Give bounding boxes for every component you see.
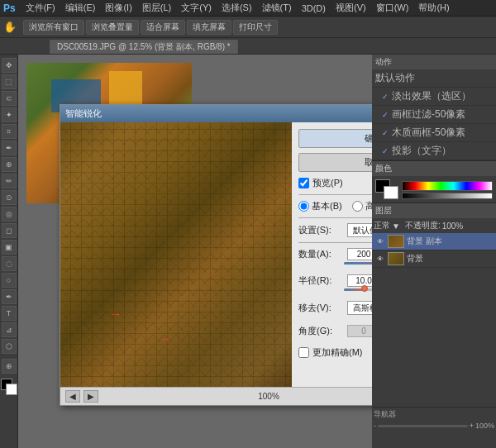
default-action-label: 默认动作 [375, 71, 415, 85]
clone-tool[interactable]: ⊙ [2, 190, 17, 205]
action-label-0: 淡出效果（选区） [392, 89, 471, 103]
dialog-bottom-bar: ◀ ▶ 100% [60, 387, 372, 405]
radius-input[interactable] [347, 274, 372, 287]
menu-window[interactable]: 窗口(W) [371, 0, 414, 16]
action-item-1[interactable]: 画框过滤-50像素 [372, 106, 496, 124]
action-item-2[interactable]: 木质画框-50像素 [372, 124, 496, 142]
menu-help[interactable]: 帮助(H) [413, 0, 454, 16]
fill-screen-button[interactable]: 填充屏幕 [187, 20, 231, 35]
layer-name-0: 背景 副本 [407, 236, 442, 247]
layer-thumb-0 [388, 235, 404, 248]
radius-slider-thumb[interactable] [361, 285, 368, 292]
pen-tool[interactable]: ✒ [2, 289, 17, 304]
color-info [402, 179, 493, 199]
advanced-label: 高级(O) [365, 200, 372, 212]
eyedropper-tool[interactable]: ✒ [2, 141, 17, 155]
layers-options: 正常 ▼ 不透明度: 100% [372, 218, 496, 233]
zoom-in-icon[interactable]: + [470, 422, 474, 430]
remove-select[interactable]: 高斯模糊 [347, 301, 372, 315]
tabbar: DSC00519.JPG @ 12.5% (背景 副本, RGB/8) * [0, 38, 496, 55]
preview-checkbox[interactable] [298, 178, 309, 188]
radius-section: 半径(R): 像素 [298, 274, 372, 293]
layer-eye-0[interactable]: 👁 [375, 236, 385, 246]
dialog-title: 智能锐化 [65, 107, 102, 120]
shape-tool[interactable]: ⬡ [2, 339, 17, 354]
brush-tool[interactable]: ✏ [2, 174, 17, 188]
bottom-nav: ◀ ▶ [65, 390, 98, 403]
tools-panel: ✥ ⬚ ⊂ ✦ ⌗ ✒ ⊕ ✏ ⊙ ◎ ◻ ▣ ◌ ○ ✒ T ⊿ ⬡ ⊕ [0, 55, 18, 448]
menu-layer[interactable]: 图层(L) [137, 0, 176, 16]
layer-item-1[interactable]: 👁 背景 [372, 250, 496, 268]
lasso-tool[interactable]: ⊂ [2, 91, 17, 106]
path-tool[interactable]: ⊿ [2, 322, 17, 337]
angle-input [347, 325, 372, 337]
menu-file[interactable]: 文件(F) [21, 0, 60, 16]
actions-title-text: 动作 [375, 56, 392, 68]
background-swatch[interactable] [384, 186, 398, 199]
arrow-1: → [110, 307, 122, 321]
zoom-tool[interactable]: ⊕ [2, 359, 17, 374]
type-tool[interactable]: T [2, 306, 17, 321]
select-tool[interactable]: ⬚ [2, 74, 17, 89]
main-area: ✥ ⬚ ⊂ ✦ ⌗ ✒ ⊕ ✏ ⊙ ◎ ◻ ▣ ◌ ○ ✒ T ⊿ ⬡ ⊕ [0, 55, 496, 448]
move-tool[interactable]: ✥ [2, 58, 17, 73]
document-tab[interactable]: DSC00519.JPG @ 12.5% (背景 副本, RGB/8) * [50, 40, 238, 54]
eraser-tool[interactable]: ◻ [2, 223, 17, 238]
layer-eye-1[interactable]: 👁 [375, 254, 385, 264]
cancel-button[interactable]: 取消 [298, 153, 372, 172]
browse-overlap-button[interactable]: 浏览叠置量 [86, 20, 139, 35]
basic-radio[interactable] [298, 201, 309, 212]
menu-view[interactable]: 视图(V) [331, 0, 371, 16]
layers-opacity-label: 不透明度: [405, 220, 441, 231]
menubar: Ps 文件(F) 编辑(E) 图像(I) 图层(L) 文字(Y) 选择(S) 滤… [0, 0, 496, 17]
background-color[interactable] [6, 384, 17, 395]
browse-all-windows-button[interactable]: 浏览所有窗口 [23, 20, 84, 35]
menu-3d[interactable]: 3D(D) [297, 0, 331, 16]
more-accurate-checkbox[interactable] [298, 347, 309, 358]
zoom-slider[interactable] [378, 425, 468, 427]
history-tool[interactable]: ◎ [2, 207, 17, 222]
toolbar: ✋ 浏览所有窗口 浏览叠置量 适合屏幕 填充屏幕 打印尺寸 [0, 17, 496, 38]
menu-image[interactable]: 图像(I) [100, 0, 136, 16]
crop-tool[interactable]: ⌗ [2, 124, 17, 139]
gradient-tool[interactable]: ▣ [2, 240, 17, 255]
radius-slider-container [298, 287, 372, 293]
menu-select[interactable]: 选择(S) [217, 0, 257, 16]
magic-wand-tool[interactable]: ✦ [2, 107, 17, 122]
dodge-tool[interactable]: ○ [2, 273, 17, 288]
more-accurate-row: 更加精确(M) [298, 346, 372, 359]
zoom-out-icon[interactable]: - [374, 422, 376, 430]
canvas-background: 智能锐化 ✕ → → 确定 取消 [18, 55, 372, 448]
layers-title-text: 图层 [375, 205, 392, 217]
fit-screen-button[interactable]: 适合屏幕 [141, 20, 185, 35]
menu-filter[interactable]: 滤镜(T) [257, 0, 297, 16]
blur-tool[interactable]: ◌ [2, 256, 17, 271]
brightness-bar[interactable] [402, 193, 493, 199]
dialog-preview: → → [60, 122, 292, 387]
ok-button[interactable]: 确定 [298, 129, 372, 148]
amount-slider-container: ↗ [298, 260, 372, 266]
next-btn[interactable]: ▶ [83, 390, 98, 403]
prev-btn[interactable]: ◀ [65, 390, 80, 403]
action-item-0[interactable]: 淡出效果（选区） [372, 88, 496, 106]
default-action-item[interactable]: 默认动作 [372, 69, 496, 88]
radius-slider[interactable] [344, 288, 372, 291]
heal-tool[interactable]: ⊕ [2, 157, 17, 172]
layers-panel-title: 图层 [372, 203, 496, 218]
layer-item-0[interactable]: 👁 背景 副本 [372, 233, 496, 250]
advanced-radio[interactable] [352, 201, 363, 212]
settings-select[interactable]: 默认值 [347, 223, 372, 237]
layers-chevron-icon: ▼ [392, 222, 400, 231]
amount-input[interactable] [347, 248, 372, 260]
print-size-button[interactable]: 打印尺寸 [233, 20, 278, 35]
action-item-3[interactable]: 投影（文字） [372, 142, 496, 160]
smart-sharpen-dialog: 智能锐化 ✕ → → 确定 取消 [60, 104, 372, 406]
amount-slider[interactable] [344, 262, 372, 265]
menu-edit[interactable]: 编辑(E) [60, 0, 101, 16]
menu-text[interactable]: 文字(Y) [176, 0, 217, 16]
color-gradient-bar[interactable] [402, 181, 493, 191]
remove-label: 移去(V): [298, 302, 344, 314]
amount-slider-fill [344, 262, 372, 265]
dialog-titlebar: 智能锐化 ✕ [60, 105, 372, 122]
layers-panel: 图层 正常 ▼ 不透明度: 100% 👁 背景 副本 👁 背景 [372, 203, 496, 407]
